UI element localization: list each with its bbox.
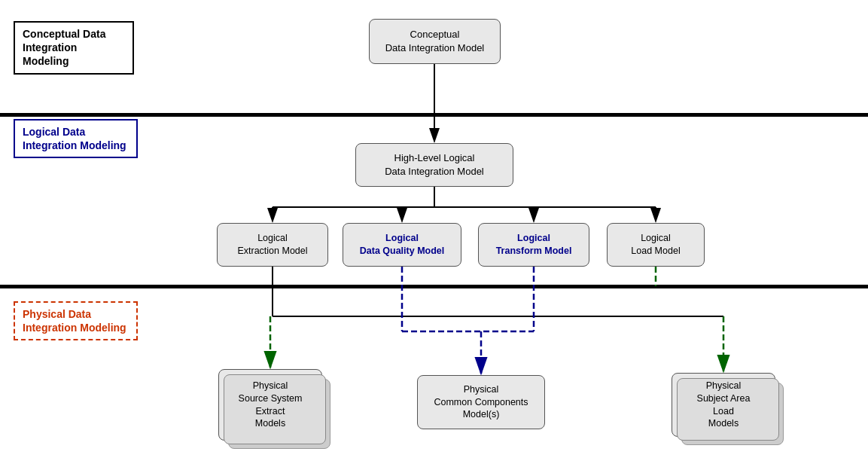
label-physical: Physical DataIntegration Modeling <box>14 301 138 340</box>
node-physical-common: PhysicalCommon ComponentsModel(s) <box>417 375 545 429</box>
node-conceptual-model: ConceptualData Integration Model <box>369 19 501 64</box>
node-logical-load: LogicalLoad Model <box>607 223 705 267</box>
divider-logical-physical <box>0 285 868 288</box>
divider-conceptual-logical <box>0 113 868 117</box>
node-hl-logical: High-Level LogicalData Integration Model <box>355 143 513 187</box>
diagram-container: Conceptual DataIntegration Modeling Logi… <box>0 0 868 476</box>
label-conceptual: Conceptual DataIntegration Modeling <box>14 21 134 75</box>
label-logical: Logical DataIntegration Modeling <box>14 119 138 158</box>
node-physical-extract: PhysicalSource SystemExtractModels <box>218 369 322 441</box>
node-logical-dq: LogicalData Quality Model <box>343 223 461 267</box>
node-logical-transform: LogicalTransform Model <box>478 223 589 267</box>
node-physical-load: PhysicalSubject AreaLoadModels <box>672 373 775 437</box>
node-logical-extract: LogicalExtraction Model <box>217 223 328 267</box>
